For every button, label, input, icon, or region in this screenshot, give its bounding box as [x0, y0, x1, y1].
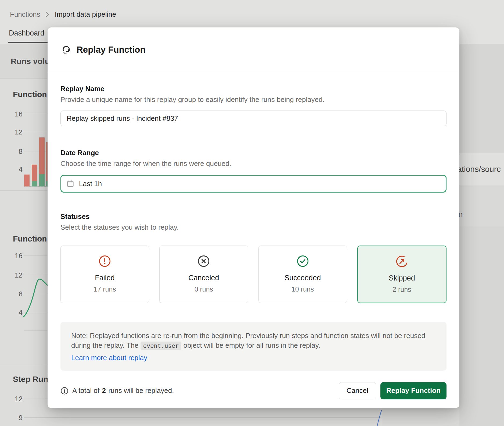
replay-note: Note: Replayed functions are re-run from… [60, 322, 447, 371]
y-tick: 16 [0, 252, 23, 260]
status-card-runs: 2 runs [393, 286, 411, 293]
bar-segment [24, 175, 30, 186]
statuses-description: Select the statuses you wish to replay. [60, 223, 447, 232]
status-card-runs: 17 runs [93, 285, 116, 293]
summary-prefix: A total of [72, 386, 99, 395]
check-circle-icon [297, 255, 309, 267]
status-card-label: Failed [95, 274, 115, 282]
date-range-description: Choose the time range for when the runs … [60, 159, 447, 168]
dialog-header: Replay Function [48, 27, 459, 72]
alert-circle-icon [99, 255, 111, 267]
learn-more-link[interactable]: Learn more about replay [71, 353, 436, 363]
footer-buttons: Cancel Replay Function [339, 382, 447, 399]
status-card-runs: 10 runs [291, 285, 314, 293]
y-tick: 8 [0, 148, 23, 155]
replay-function-dialog: Replay Function Replay Name Provide a un… [48, 27, 459, 408]
code-chip: event.user [141, 342, 181, 350]
status-card-succeeded[interactable]: Succeeded 10 runs [258, 246, 347, 303]
replay-name-input[interactable] [60, 111, 447, 126]
gridline [24, 417, 381, 418]
bar-segment [32, 181, 37, 186]
info-icon [60, 387, 69, 395]
background-row [459, 185, 504, 226]
runs-volume-title: Runs volu [11, 57, 50, 66]
skip-forward-circle-icon [396, 255, 408, 268]
x-circle-icon [197, 255, 210, 267]
status-card-label: Skipped [389, 274, 415, 282]
bar-segment [32, 165, 37, 181]
calendar-icon [67, 180, 74, 187]
replay-summary: A total of 2 runs will be replayed. [60, 386, 174, 395]
dialog-body: Replay Name Provide a unique name for th… [48, 72, 459, 371]
chart-title: Step Run [13, 375, 48, 384]
y-tick: 9 [0, 414, 23, 421]
date-range-label: Date Range [60, 149, 447, 157]
chevron-right-icon [46, 12, 49, 17]
date-range-value: Last 1h [79, 180, 102, 188]
replay-name-label: Replay Name [60, 85, 447, 93]
breadcrumb-functions[interactable]: Functions [10, 10, 40, 19]
cancel-button[interactable]: Cancel [339, 382, 376, 399]
blue-line-series [375, 407, 383, 426]
y-tick: 12 [0, 128, 23, 136]
date-range-picker[interactable]: Last 1h [60, 175, 447, 193]
status-card-failed[interactable]: Failed 17 runs [60, 246, 149, 303]
y-tick: 16 [0, 110, 23, 118]
status-card-label: Succeeded [285, 274, 321, 282]
note-text: object will be empty for all runs in the… [181, 341, 320, 349]
dialog-title: Replay Function [77, 45, 146, 55]
status-cards: Failed 17 runs Canceled 0 runs [60, 246, 447, 303]
background-row [459, 226, 504, 426]
y-tick: 4 [0, 165, 23, 173]
statuses-label: Statuses [60, 212, 447, 221]
replay-icon [62, 45, 71, 54]
tab-active-underline [8, 42, 48, 43]
bar-segment [39, 174, 45, 186]
background-row [459, 44, 504, 153]
status-card-skipped[interactable]: Skipped 2 runs [357, 246, 447, 303]
breadcrumb-page: Import data pipeline [55, 10, 116, 19]
status-card-runs: 0 runs [195, 285, 213, 293]
status-card-canceled[interactable]: Canceled 0 runs [159, 246, 248, 303]
breadcrumb: Functions Import data pipeline [10, 10, 116, 19]
chart-title: Function [13, 234, 47, 243]
chart-title: Function [13, 90, 47, 99]
status-card-label: Canceled [188, 274, 219, 282]
tab-dashboard[interactable]: Dashboard [9, 29, 44, 37]
replay-function-button[interactable]: Replay Function [380, 382, 447, 399]
dialog-footer: A total of 2 runs will be replayed. Canc… [48, 373, 459, 408]
bar-segment [39, 137, 45, 174]
summary-suffix: runs will be replayed. [108, 386, 174, 395]
y-tick: 12 [0, 395, 23, 403]
summary-count: 2 [102, 386, 106, 395]
background-truncated-text: ations/sourc [457, 165, 501, 174]
replay-name-description: Provide a unique name for this replay gr… [60, 95, 447, 104]
